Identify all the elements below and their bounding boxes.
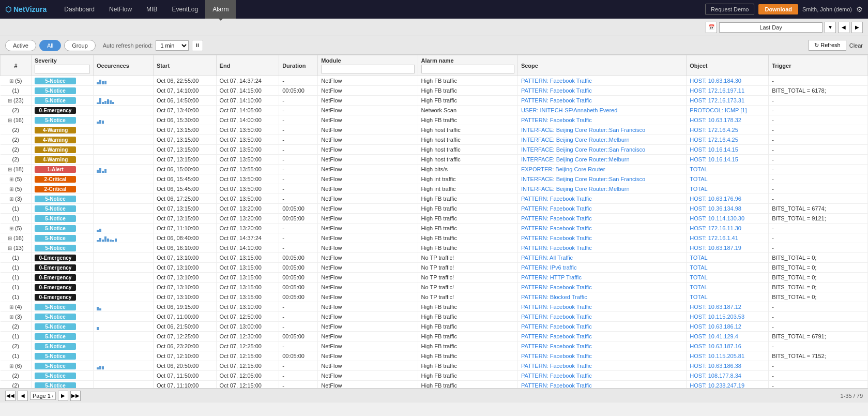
row-scope[interactable]: INTERFACE: Beijing Core Router::San Fran… [517, 174, 686, 184]
row-scope[interactable]: PATTERN: Facebook Traffic [517, 86, 686, 96]
table-row[interactable]: (1)5-NoticeOct 07, 13:15:00Oct 07, 13:20… [1, 204, 868, 214]
row-object[interactable]: TOTAL [687, 174, 769, 184]
row-scope[interactable]: PATTERN: Facebook Traffic [517, 312, 686, 322]
table-row[interactable]: (1)0-EmergencyOct 07, 13:10:00Oct 07, 13… [1, 263, 868, 273]
nav-item-alarm[interactable]: Alarm [205, 0, 236, 19]
row-scope[interactable]: PATTERN: HTTP Traffic [517, 273, 686, 283]
brand-logo[interactable]: ⬡ NetVizura [5, 5, 47, 13]
expand-icon[interactable]: ⊞ [9, 78, 13, 84]
table-row[interactable]: (1)0-EmergencyOct 07, 13:10:00Oct 07, 13… [1, 283, 868, 292]
module-filter-input[interactable] [321, 65, 414, 73]
row-object[interactable]: HOST: 10.63.176.96 [687, 194, 769, 204]
table-row[interactable]: (1)0-EmergencyOct 07, 13:10:00Oct 07, 13… [1, 273, 868, 283]
row-object[interactable]: HOST: 172.16.11.30 [687, 224, 769, 233]
clear-button[interactable]: Clear [849, 42, 863, 49]
pause-button[interactable]: ⏸ [192, 40, 203, 51]
row-object[interactable]: PROTOCOL: ICMP [1] [687, 106, 769, 115]
download-button[interactable]: Download [758, 4, 798, 14]
row-object[interactable]: HOST: 10.115.203.53 [687, 312, 769, 322]
row-scope[interactable]: PATTERN: Facebook Traffic [517, 214, 686, 224]
table-row[interactable]: ⊞ (4)5-NoticeOct 06, 19:15:00Oct 07, 13:… [1, 302, 868, 312]
nav-item-eventlog[interactable]: EventLog [164, 0, 205, 19]
row-object[interactable]: HOST: 10.238.247.19 [687, 381, 769, 389]
row-scope[interactable]: INTERFACE: Beijing Core Router::Melburn [517, 155, 686, 165]
nav-item-dashboard[interactable]: Dashboard [57, 0, 102, 19]
row-scope[interactable]: INTERFACE: Beijing Core Router::Melburn [517, 135, 686, 145]
table-row[interactable]: ⊞ (5)2-CriticalOct 06, 15:45:00Oct 07, 1… [1, 174, 868, 184]
expand-icon[interactable]: ⊞ [9, 176, 13, 182]
date-selector[interactable]: Last Day [719, 22, 823, 33]
row-object[interactable]: HOST: 10.36.134.98 [687, 204, 769, 214]
row-object[interactable]: TOTAL [687, 273, 769, 283]
row-object[interactable]: TOTAL [687, 283, 769, 292]
row-object[interactable]: HOST: 108.177.8.34 [687, 371, 769, 381]
table-row[interactable]: ⊞ (16)5-NoticeOct 06, 08:40:00Oct 07, 14… [1, 233, 868, 243]
table-row[interactable]: (2)5-NoticeOct 07, 11:10:00Oct 07, 12:15… [1, 381, 868, 389]
date-prev-button[interactable]: ◀ [838, 22, 849, 33]
date-dropdown-button[interactable]: ▼ [825, 22, 836, 33]
row-scope[interactable]: PATTERN: Facebook Traffic [517, 204, 686, 214]
active-filter-button[interactable]: Active [5, 40, 36, 51]
row-object[interactable]: TOTAL [687, 165, 769, 174]
row-scope[interactable]: PATTERN: Facebook Traffic [517, 96, 686, 106]
table-row[interactable]: ⊞ (18)1-AlertOct 06, 15:00:00Oct 07, 13:… [1, 165, 868, 174]
row-scope[interactable]: PATTERN: Facebook Traffic [517, 351, 686, 361]
row-scope[interactable]: PATTERN: Facebook Traffic [517, 76, 686, 86]
row-scope[interactable]: INTERFACE: Beijing Core Router::San Fran… [517, 145, 686, 155]
severity-filter-input[interactable] [35, 65, 90, 73]
row-scope[interactable]: PATTERN: IPv6 traffic [517, 263, 686, 273]
row-scope[interactable]: PATTERN: Facebook Traffic [517, 283, 686, 292]
row-object[interactable]: TOTAL [687, 263, 769, 273]
row-scope[interactable]: PATTERN: Facebook Traffic [517, 302, 686, 312]
table-row[interactable]: (1)5-NoticeOct 07, 12:10:00Oct 07, 12:15… [1, 351, 868, 361]
row-scope[interactable]: PATTERN: Facebook Traffic [517, 361, 686, 371]
page-number-input[interactable] [30, 392, 56, 400]
table-row[interactable]: (2)4-WarningOct 07, 13:15:00Oct 07, 13:5… [1, 135, 868, 145]
row-object[interactable]: HOST: 172.16.173.31 [687, 96, 769, 106]
row-scope[interactable]: PATTERN: All Traffic [517, 253, 686, 263]
row-object[interactable]: HOST: 10.41.129.4 [687, 332, 769, 341]
table-row[interactable]: (2)4-WarningOct 07, 13:15:00Oct 07, 13:5… [1, 125, 868, 135]
all-filter-button[interactable]: All [39, 40, 61, 51]
row-object[interactable]: HOST: 172.16.4.25 [687, 135, 769, 145]
alarm-name-filter-input[interactable] [421, 65, 514, 73]
expand-icon[interactable]: ⊞ [9, 304, 13, 310]
row-scope[interactable]: PATTERN: Facebook Traffic [517, 371, 686, 381]
table-row[interactable]: (2)4-WarningOct 07, 13:15:00Oct 07, 13:5… [1, 145, 868, 155]
row-object[interactable]: HOST: 10.114.130.30 [687, 214, 769, 224]
row-scope[interactable]: PATTERN: Facebook Traffic [517, 194, 686, 204]
row-scope[interactable]: PATTERN: Facebook Traffic [517, 322, 686, 332]
row-object[interactable]: HOST: 10.63.186.38 [687, 361, 769, 371]
nav-item-netflow[interactable]: NetFlow [102, 0, 139, 19]
table-row[interactable]: (1)5-NoticeOct 07, 14:10:00Oct 07, 14:15… [1, 86, 868, 96]
row-object[interactable]: HOST: 172.16.1.41 [687, 233, 769, 243]
table-row[interactable]: (1)5-NoticeOct 07, 12:25:00Oct 07, 12:30… [1, 332, 868, 341]
expand-icon[interactable]: ⊞ [9, 196, 13, 202]
table-row[interactable]: ⊞ (16)5-NoticeOct 06, 15:30:00Oct 07, 14… [1, 115, 868, 125]
row-scope[interactable]: PATTERN: Facebook Traffic [517, 332, 686, 341]
table-row[interactable]: ⊞ (23)5-NoticeOct 06, 14:50:00Oct 07, 14… [1, 96, 868, 106]
row-object[interactable]: HOST: 10.16.14.15 [687, 145, 769, 155]
expand-icon[interactable]: ⊞ [8, 245, 12, 251]
row-object[interactable]: HOST: 10.63.178.32 [687, 115, 769, 125]
row-scope[interactable]: PATTERN: Facebook Traffic [517, 341, 686, 351]
row-scope[interactable]: USER: INITECH-SF\Annabeth Evered [517, 106, 686, 115]
expand-icon[interactable]: ⊞ [8, 167, 12, 172]
prev-page-button[interactable]: ◀ [18, 391, 28, 401]
row-object[interactable]: HOST: 10.63.184.30 [687, 76, 769, 86]
row-object[interactable]: HOST: 10.63.187.19 [687, 243, 769, 253]
row-scope[interactable]: INTERFACE: Beijing Core Router::San Fran… [517, 125, 686, 135]
table-row[interactable]: ⊞ (5)5-NoticeOct 07, 11:10:00Oct 07, 13:… [1, 224, 868, 233]
table-row[interactable]: ⊞ (6)5-NoticeOct 06, 20:50:00Oct 07, 12:… [1, 361, 868, 371]
row-object[interactable]: HOST: 10.63.187.12 [687, 302, 769, 312]
table-row[interactable]: (2)4-WarningOct 07, 13:15:00Oct 07, 13:5… [1, 155, 868, 165]
table-row[interactable]: ⊞ (5)2-CriticalOct 06, 15:45:00Oct 07, 1… [1, 184, 868, 194]
first-page-button[interactable]: ◀◀ [5, 391, 16, 401]
row-object[interactable]: HOST: 10.63.187.16 [687, 341, 769, 351]
row-object[interactable]: TOTAL [687, 184, 769, 194]
table-row[interactable]: (1)5-NoticeOct 07, 13:15:00Oct 07, 13:20… [1, 214, 868, 224]
table-row[interactable]: (2)5-NoticeOct 06, 21:50:00Oct 07, 13:00… [1, 322, 868, 332]
row-scope[interactable]: PATTERN: Facebook Traffic [517, 233, 686, 243]
table-row[interactable]: (2)5-NoticeOct 07, 11:50:00Oct 07, 12:05… [1, 371, 868, 381]
expand-icon[interactable]: ⊞ [8, 98, 12, 103]
